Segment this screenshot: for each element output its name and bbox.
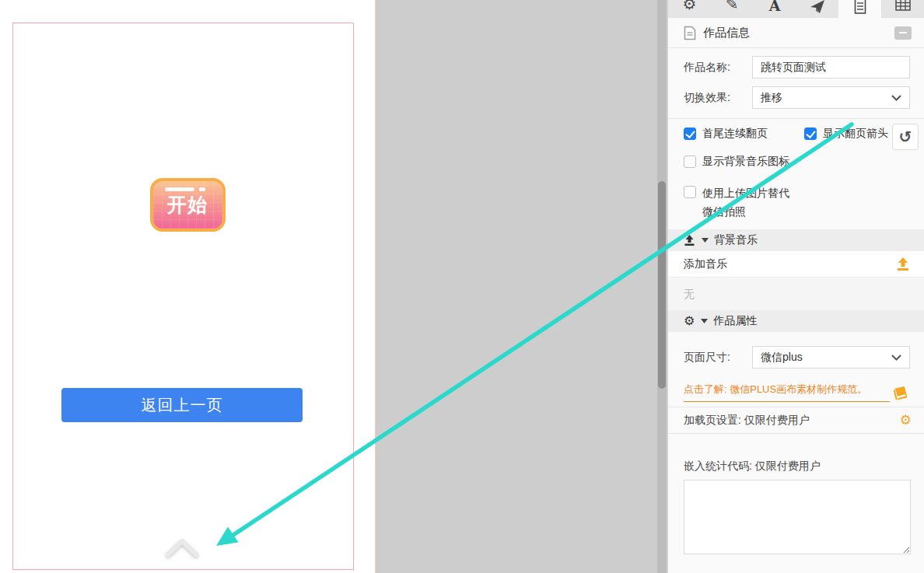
canvas-spec-link-text: 点击了解: 微信PLUS画布素材制作规范。: [684, 383, 890, 402]
panel-title: 作品信息: [703, 26, 750, 40]
current-music-row: 无: [668, 278, 924, 310]
transition-label: 切换效果:: [684, 91, 752, 105]
stats-code-textarea[interactable]: [684, 480, 911, 554]
workspace-scrollbar[interactable]: [657, 0, 667, 573]
grid-icon: [895, 0, 911, 12]
transition-value: 推移: [761, 91, 782, 105]
paper-plane-icon: [810, 0, 825, 14]
start-button[interactable]: 开始: [150, 178, 226, 232]
tab-share[interactable]: [796, 0, 838, 18]
add-music-label: 添加音乐: [684, 257, 727, 271]
work-name-row: 作品名称:: [684, 56, 910, 79]
add-music-row: 添加音乐: [668, 251, 924, 278]
tab-work-info[interactable]: [838, 0, 881, 18]
checkbox-row-3: 使用上传图片替代 微信拍照: [684, 183, 888, 221]
document-icon: [854, 0, 866, 14]
transition-select[interactable]: 推移: [752, 86, 910, 109]
triangle-down-icon: [701, 319, 708, 323]
checkbox-row-1: 首尾连续翻页 显示翻页箭头: [684, 127, 888, 141]
start-button-dot: [199, 187, 205, 191]
gear-icon: ⚙: [682, 0, 696, 12]
workspace-scrollbar-thumb[interactable]: [658, 181, 666, 389]
transition-row: 切换效果: 推移: [684, 86, 910, 109]
page-size-value: 微信plus: [761, 351, 803, 365]
loading-page-label: 加载页设置: 仅限付费用户: [684, 414, 810, 428]
back-button-label: 返回上一页: [142, 395, 223, 416]
letter-a-icon: A: [769, 0, 781, 14]
loading-page-row: 加载页设置: 仅限付费用户 ⚙: [668, 407, 924, 434]
tab-settings[interactable]: ⚙: [668, 0, 711, 18]
current-music-value: 无: [684, 288, 695, 302]
swipe-up-chevron-icon: [164, 535, 200, 558]
triangle-down-icon: [702, 238, 709, 243]
show-music-icon-label: 显示背景音乐图标: [702, 155, 789, 169]
tab-edit[interactable]: ✎: [711, 0, 754, 18]
stats-code-label: 嵌入统计代码: 仅限付费用户: [684, 459, 821, 473]
tab-text[interactable]: A: [754, 0, 796, 18]
show-arrows-label: 显示翻页箭头: [823, 127, 888, 141]
property-section-title: 作品属性: [713, 314, 757, 328]
gear-icon: ⚙: [684, 315, 695, 327]
canvas-spec-link[interactable]: 点击了解: 微信PLUS画布素材制作规范。: [684, 383, 910, 402]
work-name-input[interactable]: [752, 56, 910, 79]
upload-music-icon[interactable]: [896, 257, 910, 271]
tab-grid[interactable]: [881, 0, 924, 18]
start-button-label: 开始: [167, 192, 209, 218]
loop-pages-checkbox[interactable]: [684, 128, 696, 140]
work-info-icon: [684, 26, 696, 40]
work-name-label: 作品名称:: [684, 61, 752, 75]
show-arrows-checkbox[interactable]: [804, 128, 817, 140]
upload-photo-label: 使用上传图片替代 微信拍照: [702, 183, 789, 221]
settings-panel: ⚙ ✎ A: [667, 0, 924, 573]
page-size-row: 页面尺寸: 微信plus: [684, 346, 910, 369]
canvas-area: 开始 返回上一页: [0, 0, 376, 573]
pencil-icon: ✎: [726, 0, 739, 12]
upload-icon: [684, 235, 695, 246]
loading-page-gear-icon[interactable]: ⚙: [900, 414, 912, 427]
checkbox-row-2: 显示背景音乐图标: [684, 155, 888, 169]
page-size-label: 页面尺寸:: [684, 351, 752, 365]
reset-arrows-button[interactable]: ↺: [892, 124, 919, 150]
page-size-select[interactable]: 微信plus: [752, 346, 910, 369]
show-music-icon-checkbox[interactable]: [684, 155, 696, 168]
reset-icon: ↺: [899, 128, 912, 146]
panel-toolbar: ⚙ ✎ A: [668, 0, 924, 18]
workspace-background: [376, 0, 667, 573]
back-button[interactable]: 返回上一页: [61, 388, 303, 422]
property-section-header[interactable]: ⚙ 作品属性: [668, 310, 924, 332]
upload-photo-checkbox[interactable]: [684, 186, 696, 198]
chevron-down-icon: [891, 95, 901, 101]
page-outline: 开始 返回上一页: [12, 23, 354, 570]
panel-header: 作品信息: [668, 18, 924, 48]
divider: [668, 118, 924, 119]
chevron-down-icon: [891, 355, 901, 361]
start-button-dash: [165, 187, 194, 191]
book-icon: [893, 386, 910, 400]
loop-pages-label: 首尾连续翻页: [702, 127, 768, 141]
music-section-title: 背景音乐: [714, 233, 758, 247]
music-section-header[interactable]: 背景音乐: [668, 229, 924, 251]
collapse-panel-button[interactable]: [894, 26, 912, 40]
